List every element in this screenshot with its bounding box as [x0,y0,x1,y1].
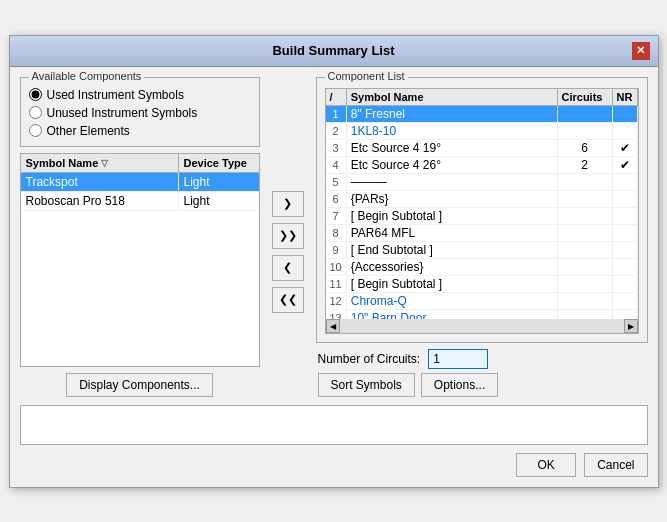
cell-nr [612,173,637,190]
cell-row-num: 4 [326,156,347,173]
display-btn-row: Display Components... [20,373,260,397]
radio-other-input[interactable] [29,124,42,137]
cell-circuits [557,224,612,241]
main-window: Build Summary List ✕ Available Component… [9,35,659,488]
radio-unused[interactable]: Unused Instrument Symbols [29,106,251,120]
move-right-double-button[interactable]: ❯❯ [272,223,304,249]
sym-cell-device: Light [179,192,259,210]
window-body: Available Components Used Instrument Sym… [10,67,658,487]
table-row[interactable]: 8PAR64 MFL [326,224,638,241]
table-row[interactable]: 7[ Begin Subtotal ] [326,207,638,224]
scroll-track [340,319,624,333]
cell-sym-name: [ Begin Subtotal ] [346,207,557,224]
symbol-row[interactable]: Roboscan Pro 518 Light [21,192,259,211]
double-chevron-left-icon: ❮❮ [279,293,297,306]
cell-circuits [557,292,612,309]
checkmark-icon: ✔ [620,141,630,155]
cell-circuits [557,258,612,275]
cell-nr: ✔ [612,156,637,173]
table-row[interactable]: 5——— [326,173,638,190]
table-row[interactable]: 10{Accessories} [326,258,638,275]
status-area [20,405,648,445]
cell-circuits [557,105,612,122]
cell-row-num: 11 [326,275,347,292]
cell-row-num: 5 [326,173,347,190]
component-table-scroll[interactable]: / Symbol Name Circuits NR 18" Fresnel21K… [326,89,638,319]
cell-circuits [557,122,612,139]
cell-row-num: 2 [326,122,347,139]
cell-sym-name: 10" Barn Door [346,309,557,319]
cell-row-num: 8 [326,224,347,241]
cell-nr [612,241,637,258]
number-of-circuits-input[interactable] [428,349,488,369]
component-list-label: Component List [325,70,408,82]
table-row[interactable]: 1310" Barn Door [326,309,638,319]
symbol-table: Symbol Name ▽ Device Type Trackspot Ligh… [20,153,260,367]
middle-panel: ❯ ❯❯ ❮ ❮❮ [268,77,308,397]
table-row[interactable]: 12Chroma-Q [326,292,638,309]
main-content: Available Components Used Instrument Sym… [20,77,648,397]
sort-symbols-button[interactable]: Sort Symbols [318,373,415,397]
cell-circuits: 6 [557,139,612,156]
symbol-row[interactable]: Trackspot Light [21,173,259,192]
cell-circuits: 2 [557,156,612,173]
symbol-table-body: Trackspot Light Roboscan Pro 518 Light [21,173,259,253]
window-title: Build Summary List [36,43,632,58]
table-row[interactable]: 9[ End Subtotal ] [326,241,638,258]
table-row[interactable]: 4Etc Source 4 26°2✔ [326,156,638,173]
cell-nr [612,122,637,139]
options-button[interactable]: Options... [421,373,498,397]
col-nr-header: NR [612,89,637,106]
cell-row-num: 3 [326,139,347,156]
move-left-double-button[interactable]: ❮❮ [272,287,304,313]
double-chevron-right-icon: ❯❯ [279,229,297,242]
cell-sym-name: Chroma-Q [346,292,557,309]
cell-sym-name: Etc Source 4 19° [346,139,557,156]
sym-cell-name: Roboscan Pro 518 [21,192,179,210]
number-of-circuits-label: Number of Circuits: [318,352,421,366]
cell-nr: ✔ [612,139,637,156]
scroll-left-button[interactable]: ◀ [326,319,340,333]
radio-used-input[interactable] [29,88,42,101]
radio-other[interactable]: Other Elements [29,124,251,138]
cell-sym-name: PAR64 MFL [346,224,557,241]
cell-row-num: 13 [326,309,347,319]
component-list-group: Component List / Symbol Name Circuits [316,77,648,343]
table-row[interactable]: 21KL8-10 [326,122,638,139]
move-left-single-button[interactable]: ❮ [272,255,304,281]
cell-row-num: 1 [326,105,347,122]
bottom-buttons: OK Cancel [20,453,648,477]
radio-used-label: Used Instrument Symbols [47,88,184,102]
horizontal-scrollbar[interactable]: ◀ ▶ [326,319,638,333]
move-right-single-button[interactable]: ❯ [272,191,304,217]
display-components-button[interactable]: Display Components... [66,373,213,397]
cell-sym-name: ——— [346,173,557,190]
number-of-circuits-row: Number of Circuits: [316,349,648,369]
chevron-right-icon: ❯ [283,197,292,210]
close-button[interactable]: ✕ [632,42,650,60]
cell-row-num: 7 [326,207,347,224]
available-components-label: Available Components [29,70,145,82]
radio-used[interactable]: Used Instrument Symbols [29,88,251,102]
cell-circuits [557,207,612,224]
component-table: / Symbol Name Circuits NR 18" Fresnel21K… [326,89,638,319]
table-row[interactable]: 18" Fresnel [326,105,638,122]
cell-circuits [557,275,612,292]
ok-button[interactable]: OK [516,453,576,477]
radio-unused-input[interactable] [29,106,42,119]
table-row[interactable]: 11[ Begin Subtotal ] [326,275,638,292]
cell-row-num: 6 [326,190,347,207]
cell-row-num: 10 [326,258,347,275]
left-panel: Available Components Used Instrument Sym… [20,77,260,397]
component-table-wrapper: / Symbol Name Circuits NR 18" Fresnel21K… [325,88,639,334]
cell-circuits [557,190,612,207]
cancel-button[interactable]: Cancel [584,453,647,477]
table-row[interactable]: 6{PARs} [326,190,638,207]
cell-circuits [557,241,612,258]
cell-sym-name: {Accessories} [346,258,557,275]
scroll-right-button[interactable]: ▶ [624,319,638,333]
checkmark-icon: ✔ [620,158,630,172]
table-row[interactable]: 3Etc Source 4 19°6✔ [326,139,638,156]
sort-options-row: Sort Symbols Options... [316,373,648,397]
sym-col-name-header: Symbol Name ▽ [21,154,179,172]
